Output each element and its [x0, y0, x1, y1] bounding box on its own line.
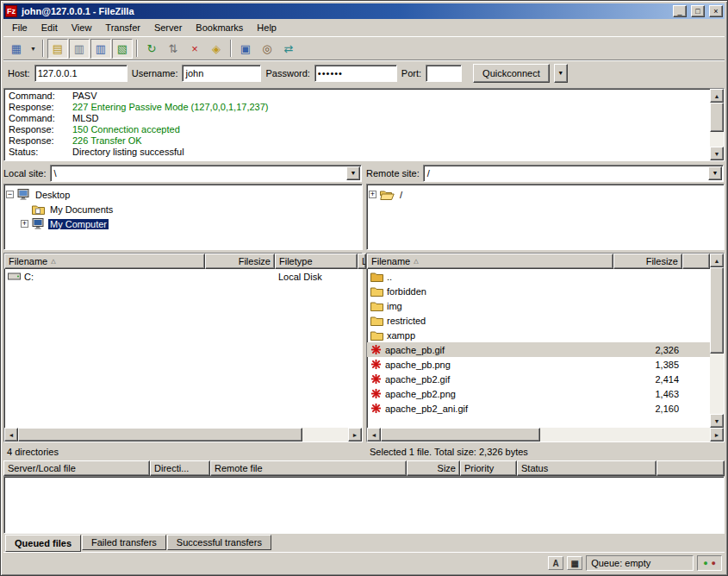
- scrollbar-track[interactable]: [540, 428, 710, 441]
- close-button[interactable]: ×: [709, 5, 723, 17]
- menu-server[interactable]: Server: [147, 21, 189, 34]
- cancel-button[interactable]: ×: [184, 39, 205, 59]
- menu-transfer[interactable]: Transfer: [98, 21, 147, 34]
- search-icon: ◎: [262, 42, 271, 55]
- host-input[interactable]: [34, 65, 128, 82]
- process-queue-button[interactable]: ⇅: [163, 39, 184, 59]
- chevron-down-icon[interactable]: ▼: [346, 166, 360, 180]
- scrollbar-track[interactable]: [302, 428, 348, 441]
- expand-icon[interactable]: +: [369, 191, 376, 198]
- local-list-hscrollbar[interactable]: ◄ ►: [4, 428, 362, 441]
- scrollbar-thumb[interactable]: [18, 428, 302, 441]
- scroll-up-icon[interactable]: ▲: [710, 89, 724, 103]
- maximize-button[interactable]: □: [691, 5, 705, 17]
- column-header-remote-file[interactable]: Remote file: [210, 460, 407, 476]
- scroll-left-icon[interactable]: ◄: [4, 428, 18, 441]
- toggle-queue-button[interactable]: ▧: [112, 39, 133, 59]
- folder-row-forbidden[interactable]: forbidden: [367, 284, 710, 298]
- directory-comparison-button[interactable]: ▣: [235, 39, 256, 59]
- refresh-button[interactable]: ↻: [141, 39, 162, 59]
- remote-site-combo[interactable]: / ▼: [423, 165, 724, 182]
- scroll-down-icon[interactable]: ▼: [710, 147, 724, 160]
- remote-list-hscrollbar[interactable]: ◄ ►: [367, 428, 724, 441]
- file-row-selected[interactable]: apache_pb.gif 2,326: [367, 342, 710, 357]
- site-manager-button[interactable]: ▦: [6, 39, 27, 59]
- transfer-type-icon[interactable]: A: [548, 556, 563, 570]
- remote-directory-tree[interactable]: + /: [366, 184, 725, 250]
- password-input[interactable]: [314, 65, 397, 82]
- remote-list-body[interactable]: .. forbidden img: [367, 269, 710, 428]
- quickconnect-dropdown[interactable]: ▼: [554, 64, 568, 83]
- file-row[interactable]: apache_pb2.gif 2,414: [367, 372, 710, 386]
- remote-list-vscrollbar[interactable]: ▲ ▼: [710, 254, 724, 428]
- minimize-button[interactable]: _: [673, 5, 687, 17]
- tab-failed-transfers[interactable]: Failed transfers: [82, 535, 166, 550]
- port-input[interactable]: [426, 65, 462, 82]
- remote-site-label: Remote site:: [366, 168, 420, 178]
- site-manager-dropdown[interactable]: ▼: [28, 39, 39, 59]
- scroll-right-icon[interactable]: ►: [710, 428, 724, 441]
- file-row-c-drive[interactable]: C: Local Disk: [4, 269, 362, 284]
- scroll-left-icon[interactable]: ◄: [367, 428, 381, 441]
- column-header-filename[interactable]: Filename△: [367, 254, 613, 269]
- column-header-direction[interactable]: Directi...: [150, 460, 210, 476]
- column-header-server-local-file[interactable]: Server/Local file: [3, 460, 150, 476]
- site-manager-icon: ▦: [11, 42, 22, 55]
- menu-help[interactable]: Help: [250, 21, 283, 34]
- scrollbar-track[interactable]: [710, 132, 724, 147]
- collapse-icon[interactable]: −: [6, 191, 14, 198]
- folder-row-restricted[interactable]: restricted: [367, 313, 710, 328]
- column-header-filesize[interactable]: Filesize: [205, 254, 275, 269]
- tree-item-my-documents[interactable]: My Documents: [6, 202, 360, 216]
- synchronized-browsing-button[interactable]: ⇄: [278, 39, 299, 59]
- scrollbar-track[interactable]: [710, 354, 724, 414]
- scroll-down-icon[interactable]: ▼: [710, 414, 724, 428]
- scrollbar-thumb[interactable]: [381, 428, 540, 441]
- tree-item-root[interactable]: + /: [369, 187, 722, 202]
- folder-icon: [370, 316, 383, 326]
- column-header-size[interactable]: Size: [407, 460, 460, 476]
- toggle-local-tree-button[interactable]: ▥: [69, 39, 90, 59]
- title-bar[interactable]: Fz john@127.0.0.1 - FileZilla _ □ ×: [3, 3, 725, 19]
- queue-body[interactable]: [3, 476, 725, 534]
- column-header-filetype[interactable]: Filetype: [275, 254, 358, 269]
- file-row[interactable]: apache_pb.png 1,385: [367, 357, 710, 372]
- message-log[interactable]: Command:PASV Response:227 Entering Passi…: [4, 89, 710, 160]
- tree-item-desktop[interactable]: − Desktop: [6, 187, 360, 202]
- queue-tabs: Queued files Failed transfers Successful…: [3, 534, 725, 552]
- menu-bookmarks[interactable]: Bookmarks: [189, 21, 250, 34]
- quickconnect-button[interactable]: Quickconnect: [473, 64, 550, 83]
- folder-row-parent[interactable]: ..: [367, 269, 710, 284]
- column-header-status[interactable]: Status: [517, 460, 656, 476]
- menu-view[interactable]: View: [65, 21, 99, 34]
- column-header-filename[interactable]: Filename△: [4, 254, 205, 269]
- tab-successful-transfers[interactable]: Successful transfers: [167, 535, 271, 550]
- local-list-body[interactable]: C: Local Disk: [4, 269, 362, 428]
- file-icon: [370, 359, 382, 370]
- file-row[interactable]: apache_pb2.png 1,463: [367, 386, 710, 401]
- folder-row-xampp[interactable]: xampp: [367, 328, 710, 342]
- disconnect-button[interactable]: ◈: [206, 39, 227, 59]
- scrollbar-thumb[interactable]: [710, 103, 724, 132]
- expand-icon[interactable]: +: [21, 220, 28, 228]
- column-header-filesize[interactable]: Filesize: [613, 254, 682, 269]
- tab-queued-files[interactable]: Queued files: [5, 535, 81, 552]
- scroll-right-icon[interactable]: ►: [348, 428, 362, 441]
- scroll-up-icon[interactable]: ▲: [710, 254, 724, 267]
- find-files-button[interactable]: ◎: [257, 39, 277, 59]
- menu-file[interactable]: File: [5, 21, 34, 34]
- column-header-priority[interactable]: Priority: [460, 460, 517, 476]
- log-scrollbar[interactable]: ▲ ▼: [710, 89, 724, 160]
- scrollbar-thumb[interactable]: [710, 267, 724, 354]
- chevron-down-icon[interactable]: ▼: [708, 166, 722, 180]
- menu-edit[interactable]: Edit: [34, 21, 65, 34]
- toggle-message-log-button[interactable]: ▤: [47, 39, 68, 59]
- username-input[interactable]: [182, 65, 261, 82]
- tree-item-my-computer[interactable]: + My Computer: [6, 216, 360, 231]
- local-site-combo[interactable]: \ ▼: [50, 165, 362, 182]
- file-row[interactable]: apache_pb2_ani.gif 2,160: [367, 401, 710, 416]
- local-directory-tree[interactable]: − Desktop My Documents + My Computer: [3, 184, 363, 250]
- folder-row-img[interactable]: img: [367, 298, 710, 313]
- keypad-icon[interactable]: ▦: [567, 556, 582, 570]
- toggle-remote-tree-button[interactable]: ▥: [90, 39, 111, 59]
